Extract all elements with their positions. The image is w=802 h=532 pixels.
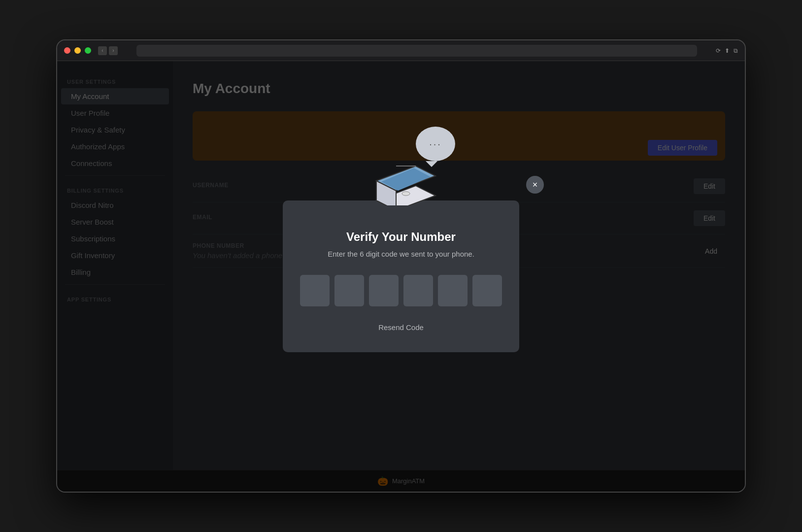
modal-backdrop: × ··· (57, 61, 745, 492)
modal-illustration: ··· (352, 136, 450, 205)
bubble-dots: ··· (429, 138, 442, 150)
speech-bubble: ··· (416, 127, 455, 161)
back-button[interactable]: ‹ (98, 46, 107, 55)
code-input-5[interactable] (438, 275, 468, 306)
svg-point-5 (402, 192, 410, 196)
forward-button[interactable]: › (109, 46, 118, 55)
resend-code-button[interactable]: Resend Code (372, 320, 430, 334)
macbook-frame: ‹ › ⟳ ⬆ ⧉ USER SETTINGS My Account User … (56, 39, 746, 493)
close-window-button[interactable] (64, 47, 70, 54)
code-input-1[interactable] (300, 275, 330, 306)
code-input-6[interactable] (472, 275, 502, 306)
nav-buttons: ‹ › (98, 46, 118, 55)
browser-content: USER SETTINGS My Account User Profile Pr… (57, 61, 745, 492)
title-bar: ‹ › ⟳ ⬆ ⧉ (57, 40, 745, 61)
maximize-window-button[interactable] (85, 47, 91, 54)
modal-title: Verify Your Number (299, 230, 503, 244)
code-input-2[interactable] (334, 275, 364, 306)
code-input-3[interactable] (369, 275, 399, 306)
refresh-icon[interactable]: ⟳ (716, 47, 721, 54)
share-icon[interactable]: ⬆ (725, 47, 730, 54)
minimize-window-button[interactable] (74, 47, 81, 54)
address-bar[interactable] (136, 45, 697, 57)
verify-number-modal: × ··· (283, 200, 519, 352)
modal-subtitle: Enter the 6 digit code we sent to your p… (299, 249, 503, 260)
code-input-4[interactable] (403, 275, 433, 306)
toolbar-right: ⟳ ⬆ ⧉ (716, 47, 738, 54)
code-inputs (299, 275, 503, 306)
modal-close-button[interactable]: × (526, 176, 544, 194)
tabs-icon[interactable]: ⧉ (734, 47, 738, 54)
